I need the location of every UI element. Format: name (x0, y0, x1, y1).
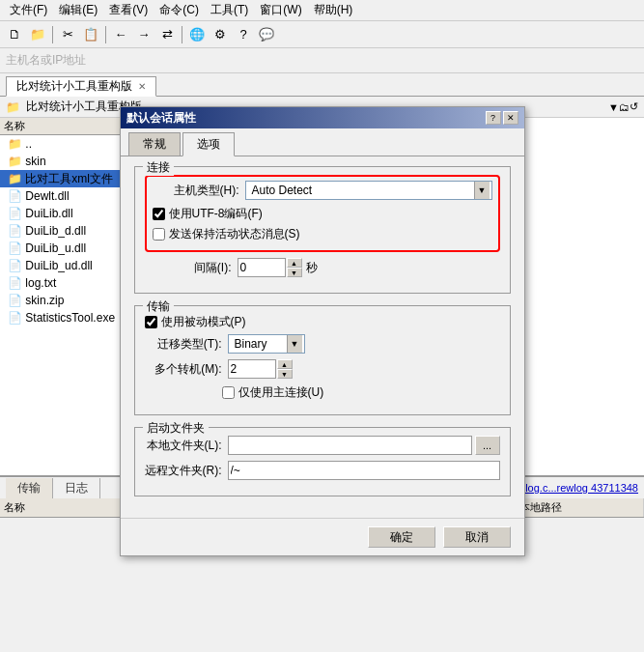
interval-down-btn[interactable]: ▼ (287, 268, 302, 277)
toolbar-scissors-btn[interactable]: ✂ (57, 24, 78, 45)
toolbar-forward-btn[interactable]: → (133, 24, 154, 45)
interval-input[interactable] (238, 258, 286, 277)
menu-file[interactable]: 文件(F) (4, 0, 53, 20)
menu-command[interactable]: 命令(C) (154, 0, 205, 20)
multiple-input[interactable] (228, 359, 276, 379)
local-browse-btn[interactable]: ... (475, 436, 500, 455)
transfer-type-control: Binary ▼ (228, 334, 500, 354)
multiple-spinbox-btns: ▲ ▼ (277, 359, 293, 379)
interval-control: ▲ ▼ 秒 (238, 258, 500, 277)
primary-only-label: 仅使用主连接(U) (238, 384, 324, 401)
dropdown-arrow-icon: ▼ (474, 182, 490, 199)
cancel-button[interactable]: 取消 (443, 526, 511, 548)
toolbar-sep-2 (105, 26, 106, 43)
toolbar-back-btn[interactable]: ← (110, 24, 131, 45)
menu-bar: 文件(F) 编辑(E) 查看(V) 命令(C) 工具(T) 窗口(W) 帮助(H… (0, 0, 644, 21)
multiple-row: 多个转机(M): ▲ ▼ (145, 359, 500, 379)
host-type-label: 主机类型(H): (153, 183, 239, 199)
multiple-down-btn[interactable]: ▼ (277, 369, 293, 379)
multiple-label: 多个转机(M): (145, 361, 222, 378)
interval-row: 间隔(I): ▲ ▼ 秒 (145, 258, 500, 277)
dialog-overlay: 默认会话属性 ? ✕ 常规 选项 连接 (0, 77, 644, 652)
startup-group-label: 启动文件夹 (143, 420, 209, 437)
toolbar-swap-btn[interactable]: ⇄ (156, 24, 178, 45)
toolbar-settings-btn[interactable]: ⚙ (210, 24, 231, 45)
dialog-footer: 确定 取消 (121, 518, 524, 555)
toolbar: 🗋 📁 ✂ 📋 ← → ⇄ 🌐 ⚙ ? 💬 (0, 21, 644, 48)
red-highlight-area: 主机类型(H): Auto Detect ▼ 使用UTF-8编 (145, 175, 500, 252)
address-bar: 主机名或IP地址 (0, 48, 644, 73)
dialog-tab-general[interactable]: 常规 (128, 132, 181, 156)
address-label: 主机名或IP地址 (6, 52, 86, 69)
menu-help[interactable]: 帮助(H) (308, 0, 359, 20)
local-folder-input[interactable] (228, 436, 472, 455)
keepalive-checkbox[interactable] (153, 228, 165, 241)
keepalive-row: 发送保持活动状态消息(S) (153, 226, 492, 242)
dialog-titlebar: 默认会话属性 ? ✕ (121, 107, 524, 128)
interval-suffix: 秒 (306, 260, 318, 276)
remote-folder-row: 远程文件夹(R): (145, 461, 500, 480)
interval-up-btn[interactable]: ▲ (287, 258, 302, 268)
multiple-up-btn[interactable]: ▲ (277, 359, 293, 369)
toolbar-sep-1 (52, 26, 53, 43)
local-folder-control: ... (228, 436, 500, 455)
multiple-control: ▲ ▼ (228, 359, 500, 379)
dialog-help-btn[interactable]: ? (486, 111, 501, 125)
startup-group: 启动文件夹 本地文件夹(L): ... 远程文件夹(R): (134, 427, 511, 496)
menu-edit[interactable]: 编辑(E) (53, 0, 103, 20)
transfer-type-value: Binary (231, 337, 287, 351)
dialog-tab-options[interactable]: 选项 (182, 132, 235, 156)
transfer-type-arrow-icon: ▼ (287, 335, 302, 353)
toolbar-new-btn[interactable]: 🗋 (4, 24, 25, 45)
transfer-type-dropdown[interactable]: Binary ▼ (228, 334, 305, 354)
interval-spinbox-btns: ▲ ▼ (287, 258, 302, 277)
primary-only-row: 仅使用主连接(U) (222, 384, 500, 401)
transfer-group: 传输 使用被动模式(P) 迁移类型(T): Binary ▼ (134, 305, 511, 415)
interval-spinbox: ▲ ▼ 秒 (238, 258, 318, 277)
toolbar-sitemanager-btn[interactable]: 🌐 (186, 24, 208, 45)
utf8-row: 使用UTF-8编码(F) (153, 206, 492, 222)
dialog-controls: ? ✕ (486, 111, 518, 125)
dialog-tab-bar: 常规 选项 (121, 128, 524, 156)
ok-button[interactable]: 确定 (368, 526, 435, 548)
keepalive-label: 发送保持活动状态消息(S) (169, 226, 300, 242)
remote-folder-input[interactable] (228, 461, 500, 480)
menu-tools[interactable]: 工具(T) (205, 0, 254, 20)
multiple-spinbox: ▲ ▼ (228, 359, 293, 379)
toolbar-about-btn[interactable]: 💬 (256, 24, 277, 45)
menu-window[interactable]: 窗口(W) (254, 0, 307, 20)
transfer-type-row: 迁移类型(T): Binary ▼ (145, 334, 500, 354)
passive-label: 使用被动模式(P) (161, 314, 246, 330)
remote-folder-label: 远程文件夹(R): (145, 463, 222, 479)
dialog-default-session: 默认会话属性 ? ✕ 常规 选项 连接 (120, 106, 525, 556)
local-folder-row: 本地文件夹(L): ... (145, 436, 500, 455)
host-type-dropdown[interactable]: Auto Detect ▼ (245, 181, 492, 200)
toolbar-help-btn[interactable]: ? (233, 24, 254, 45)
primary-only-checkbox[interactable] (222, 386, 235, 399)
dialog-close-btn[interactable]: ✕ (503, 111, 518, 125)
host-type-row: 主机类型(H): Auto Detect ▼ (153, 181, 492, 200)
toolbar-sep-3 (182, 26, 182, 43)
host-type-control: Auto Detect ▼ (245, 181, 492, 200)
passive-checkbox[interactable] (145, 316, 157, 328)
menu-view[interactable]: 查看(V) (103, 0, 154, 20)
connection-group: 连接 主机类型(H): Auto Detect ▼ (134, 166, 511, 294)
transfer-group-label: 传输 (143, 298, 174, 315)
toolbar-copy-btn[interactable]: 📋 (80, 24, 101, 45)
utf8-label: 使用UTF-8编码(F) (169, 206, 263, 222)
transfer-type-label: 迁移类型(T): (145, 336, 222, 353)
dialog-title-text: 默认会话属性 (126, 110, 486, 127)
main-window: 文件(F) 编辑(E) 查看(V) 命令(C) 工具(T) 窗口(W) 帮助(H… (0, 0, 644, 652)
host-type-value: Auto Detect (248, 184, 474, 197)
local-folder-label: 本地文件夹(L): (145, 438, 222, 454)
utf8-checkbox[interactable] (153, 208, 165, 220)
toolbar-open-btn[interactable]: 📁 (27, 24, 48, 45)
remote-folder-control (228, 461, 500, 480)
dialog-content: 连接 主机类型(H): Auto Detect ▼ (121, 156, 524, 518)
passive-row: 使用被动模式(P) (145, 314, 500, 330)
connection-group-label: 连接 (143, 159, 174, 176)
interval-label: 间隔(I): (145, 260, 232, 276)
